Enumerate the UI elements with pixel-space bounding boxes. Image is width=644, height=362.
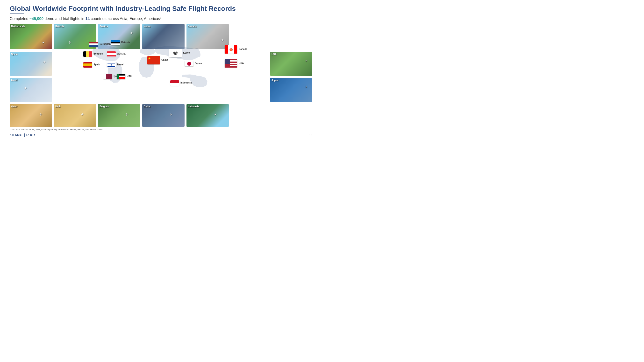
subtitle-highlight1: ~45,000 — [30, 17, 44, 21]
label-usa: USA — [272, 53, 276, 55]
drone-spain: ✈ — [43, 60, 46, 64]
map-label-spain: Spain — [94, 63, 100, 66]
flag-be — [83, 51, 92, 57]
map-label-austria: Austria — [117, 52, 125, 55]
label-israel: Israel — [11, 79, 18, 82]
map-svg — [52, 38, 270, 115]
footer-note: *Data as of December 31, 2023, including… — [10, 128, 312, 131]
subtitle-prefix: Completed — [10, 17, 30, 21]
label-spain: Spain — [11, 53, 18, 55]
drone-china: ✈ — [170, 112, 172, 116]
subtitle-suffix: countries across Asia, Europe, Americas* — [91, 17, 162, 21]
drone-indonesia: ✈ — [214, 112, 217, 116]
map-flag-spain — [83, 62, 92, 67]
label-canada: Canada — [188, 25, 197, 28]
subtitle: Completed ~45,000 demo and trial flights… — [10, 17, 312, 21]
photo-spain: Spain ✈ — [10, 52, 52, 76]
drone-uae: ✈ — [81, 112, 84, 116]
map-label-korea: Korea — [183, 51, 190, 54]
flag-at — [107, 51, 116, 57]
label-japan: Japan — [272, 79, 278, 82]
map-label-israel: Israel — [117, 63, 124, 66]
map-flag-uae — [117, 74, 125, 79]
brand-logo: eHANG | IZAR — [10, 133, 35, 137]
flag-qa — [104, 74, 112, 79]
page-title: Global Worldwide Footprint with Industry… — [10, 5, 312, 12]
label-austria: Austria — [100, 25, 108, 28]
drone-usa: ✈ — [304, 59, 308, 63]
drone-israel: ✈ — [24, 86, 27, 90]
flag-ae — [117, 74, 125, 79]
drone-belgium: ✈ — [125, 112, 128, 116]
label-indonesia: Indonesia — [188, 105, 199, 108]
map-flag-israel: ✡ — [107, 62, 116, 67]
photo-indonesia: Indonesia ✈ — [186, 104, 229, 127]
flag-id — [170, 80, 179, 86]
map-label-japan: Japan — [195, 62, 202, 65]
label-netherlands: Netherlands — [11, 25, 25, 28]
map-label-uae: UAE — [127, 75, 132, 77]
photo-israel: Israel ✈ — [10, 78, 52, 102]
map-flag-estonia — [111, 40, 120, 45]
subtitle-middle: demo and trial flights in — [45, 17, 86, 21]
map-label-china: China — [161, 59, 168, 61]
photo-qatar: Qatar ✈ — [10, 104, 52, 127]
label-belgium: Belgium — [100, 105, 109, 108]
label-china: China — [144, 105, 150, 108]
footer-bar: eHANG | IZAR 13 — [10, 132, 312, 137]
flag-cn: ★ — [147, 56, 160, 64]
photo-netherlands: Netherlands ✈ — [10, 24, 52, 49]
subtitle-highlight2: 14 — [86, 17, 90, 21]
map-flag-korea: ☯ — [169, 49, 182, 57]
flag-kr: ☯ — [169, 49, 182, 57]
flag-us — [225, 59, 237, 67]
map-label-usa: USA — [239, 62, 244, 64]
left-photos: Spain ✈ Israel ✈ — [10, 52, 52, 102]
map-flag-japan — [185, 61, 194, 66]
map-flag-austria — [107, 51, 116, 57]
page-number: 13 — [309, 133, 312, 137]
svg-point-1 — [183, 74, 189, 77]
flag-ca: 🍁 — [225, 45, 237, 53]
map-flag-qatar — [104, 74, 112, 79]
flag-nl — [90, 42, 98, 47]
photo-uae: UAE ✈ — [54, 104, 96, 127]
flag-il: ✡ — [107, 62, 116, 67]
title-underline — [10, 13, 24, 14]
map-label-indonesia: Indonesia — [180, 81, 192, 84]
map-flag-usa — [225, 59, 237, 67]
drone-austria: ✈ — [130, 31, 133, 35]
map-flag-indonesia — [170, 80, 179, 86]
drone-netherlands: ✈ — [42, 40, 45, 44]
photo-japan: Japan ✈ — [270, 78, 312, 102]
label-korea: Korea — [144, 25, 150, 28]
flag-ee — [111, 40, 120, 45]
photo-usa: USA ✈ — [270, 52, 312, 76]
drone-japan: ✈ — [304, 85, 308, 89]
flag-jp — [185, 61, 194, 66]
label-uae: UAE — [55, 105, 60, 108]
map-flag-canada: 🍁 — [225, 45, 237, 53]
map-flag-netherlands — [90, 42, 98, 47]
map-label-estonia: Estonia — [121, 41, 130, 44]
middle-section: Spain ✈ Israel ✈ — [10, 51, 312, 103]
map-flag-belgium — [83, 51, 92, 57]
photo-belgium: Belgium ✈ — [98, 104, 140, 127]
map-label-canada: Canada — [239, 48, 247, 50]
drone-qatar: ✈ — [39, 112, 42, 116]
label-qatar: Qatar — [11, 105, 18, 108]
world-map: Netherlands Estonia Belgium — [52, 38, 270, 115]
map-flag-china: ★ — [147, 56, 160, 64]
right-photos: USA ✈ Japan ✈ — [270, 52, 312, 102]
slide-container: Global Worldwide Footprint with Industry… — [0, 0, 322, 181]
flag-es — [83, 62, 92, 67]
label-estonia: Estonia — [55, 25, 64, 28]
map-label-belgium: Belgium — [94, 52, 103, 55]
photo-china: China ✈ — [142, 104, 184, 127]
